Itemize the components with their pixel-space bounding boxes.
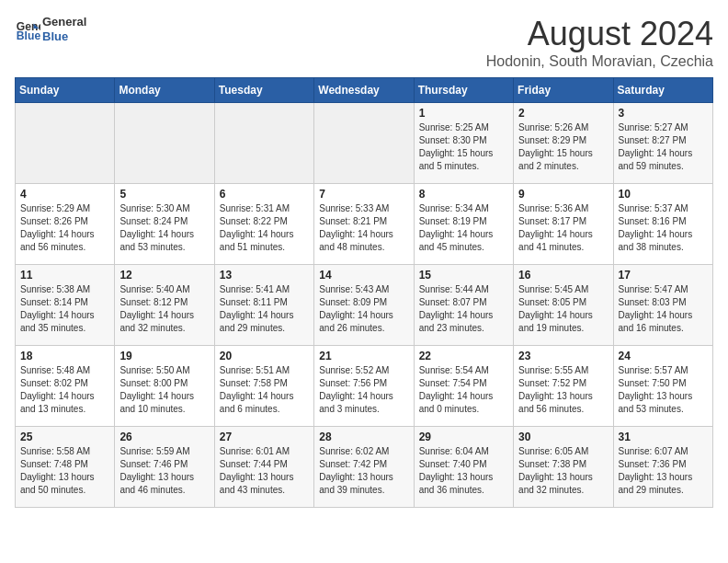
calendar-cell: 30Sunrise: 6:05 AM Sunset: 7:38 PM Dayli… [514, 427, 613, 508]
calendar-cell: 7Sunrise: 5:33 AM Sunset: 8:21 PM Daylig… [314, 184, 414, 265]
calendar-cell: 11Sunrise: 5:38 AM Sunset: 8:14 PM Dayli… [16, 265, 115, 346]
calendar-table: SundayMondayTuesdayWednesdayThursdayFrid… [15, 77, 713, 508]
day-info: Sunrise: 5:45 AM Sunset: 8:05 PM Dayligh… [518, 283, 608, 335]
day-number: 18 [20, 350, 109, 362]
day-info: Sunrise: 6:07 AM Sunset: 7:36 PM Dayligh… [619, 445, 708, 497]
calendar-title: August 2024 [486, 15, 713, 53]
calendar-cell: 31Sunrise: 6:07 AM Sunset: 7:36 PM Dayli… [613, 427, 712, 508]
calendar-cell: 19Sunrise: 5:50 AM Sunset: 8:00 PM Dayli… [115, 346, 214, 427]
day-number: 26 [119, 431, 209, 443]
day-info: Sunrise: 5:50 AM Sunset: 8:00 PM Dayligh… [119, 364, 209, 416]
day-number: 2 [518, 107, 608, 120]
day-info: Sunrise: 5:27 AM Sunset: 8:27 PM Dayligh… [619, 121, 708, 173]
day-info: Sunrise: 5:51 AM Sunset: 7:58 PM Dayligh… [220, 364, 309, 416]
title-block: August 2024 Hodonin, South Moravian, Cze… [486, 15, 713, 70]
day-number: 24 [619, 350, 708, 362]
day-number: 8 [419, 188, 508, 201]
day-number: 14 [319, 269, 408, 282]
day-info: Sunrise: 5:57 AM Sunset: 7:50 PM Dayligh… [619, 364, 708, 416]
day-info: Sunrise: 5:52 AM Sunset: 7:56 PM Dayligh… [319, 364, 408, 416]
logo-text: General Blue [42, 15, 86, 43]
calendar-cell: 15Sunrise: 5:44 AM Sunset: 8:07 PM Dayli… [414, 265, 513, 346]
calendar-cell: 9Sunrise: 5:36 AM Sunset: 8:17 PM Daylig… [514, 184, 613, 265]
day-info: Sunrise: 6:01 AM Sunset: 7:44 PM Dayligh… [220, 445, 309, 497]
day-number: 22 [419, 350, 508, 362]
day-info: Sunrise: 6:05 AM Sunset: 7:38 PM Dayligh… [518, 445, 608, 497]
day-info: Sunrise: 5:29 AM Sunset: 8:26 PM Dayligh… [20, 202, 109, 254]
calendar-cell: 22Sunrise: 5:54 AM Sunset: 7:54 PM Dayli… [414, 346, 513, 427]
calendar-cell [314, 103, 414, 184]
calendar-week-3: 11Sunrise: 5:38 AM Sunset: 8:14 PM Dayli… [16, 265, 713, 346]
day-number: 25 [20, 431, 109, 443]
calendar-subtitle: Hodonin, South Moravian, Czechia [486, 53, 713, 70]
day-number: 3 [619, 107, 708, 120]
calendar-cell [214, 103, 313, 184]
weekday-header-monday: Monday [115, 78, 214, 103]
calendar-cell: 8Sunrise: 5:34 AM Sunset: 8:19 PM Daylig… [414, 184, 513, 265]
weekday-header-friday: Friday [514, 78, 613, 103]
calendar-cell: 2Sunrise: 5:26 AM Sunset: 8:29 PM Daylig… [514, 103, 613, 184]
day-info: Sunrise: 5:30 AM Sunset: 8:24 PM Dayligh… [119, 202, 209, 254]
day-number: 31 [619, 431, 708, 443]
calendar-cell: 27Sunrise: 6:01 AM Sunset: 7:44 PM Dayli… [214, 427, 313, 508]
day-info: Sunrise: 5:47 AM Sunset: 8:03 PM Dayligh… [619, 283, 708, 335]
calendar-cell: 14Sunrise: 5:43 AM Sunset: 8:09 PM Dayli… [314, 265, 414, 346]
day-info: Sunrise: 5:59 AM Sunset: 7:46 PM Dayligh… [119, 445, 209, 497]
calendar-cell: 13Sunrise: 5:41 AM Sunset: 8:11 PM Dayli… [214, 265, 313, 346]
day-number: 16 [518, 269, 608, 282]
page-header: General Blue General Blue August 2024 Ho… [15, 15, 713, 70]
calendar-cell: 24Sunrise: 5:57 AM Sunset: 7:50 PM Dayli… [613, 346, 712, 427]
day-number: 20 [220, 350, 309, 362]
svg-text:Blue: Blue [17, 29, 40, 42]
calendar-cell: 1Sunrise: 5:25 AM Sunset: 8:30 PM Daylig… [414, 103, 513, 184]
calendar-cell: 26Sunrise: 5:59 AM Sunset: 7:46 PM Dayli… [115, 427, 214, 508]
calendar-week-2: 4Sunrise: 5:29 AM Sunset: 8:26 PM Daylig… [16, 184, 713, 265]
logo-line1: General [42, 15, 86, 29]
logo: General Blue General Blue [15, 15, 86, 43]
weekday-header-sunday: Sunday [16, 78, 115, 103]
day-info: Sunrise: 5:40 AM Sunset: 8:12 PM Dayligh… [119, 283, 209, 335]
calendar-cell: 25Sunrise: 5:58 AM Sunset: 7:48 PM Dayli… [16, 427, 115, 508]
calendar-cell: 20Sunrise: 5:51 AM Sunset: 7:58 PM Dayli… [214, 346, 313, 427]
weekday-header-saturday: Saturday [613, 78, 712, 103]
calendar-week-1: 1Sunrise: 5:25 AM Sunset: 8:30 PM Daylig… [16, 103, 713, 184]
day-number: 23 [518, 350, 608, 362]
calendar-cell: 17Sunrise: 5:47 AM Sunset: 8:03 PM Dayli… [613, 265, 712, 346]
day-info: Sunrise: 5:38 AM Sunset: 8:14 PM Dayligh… [20, 283, 109, 335]
day-info: Sunrise: 5:34 AM Sunset: 8:19 PM Dayligh… [419, 202, 508, 254]
calendar-week-5: 25Sunrise: 5:58 AM Sunset: 7:48 PM Dayli… [16, 427, 713, 508]
day-number: 10 [619, 188, 708, 201]
day-number: 27 [220, 431, 309, 443]
day-info: Sunrise: 5:54 AM Sunset: 7:54 PM Dayligh… [419, 364, 508, 416]
day-info: Sunrise: 5:41 AM Sunset: 8:11 PM Dayligh… [220, 283, 309, 335]
calendar-week-4: 18Sunrise: 5:48 AM Sunset: 8:02 PM Dayli… [16, 346, 713, 427]
calendar-cell: 21Sunrise: 5:52 AM Sunset: 7:56 PM Dayli… [314, 346, 414, 427]
day-info: Sunrise: 5:48 AM Sunset: 8:02 PM Dayligh… [20, 364, 109, 416]
day-number: 7 [319, 188, 408, 201]
calendar-cell: 5Sunrise: 5:30 AM Sunset: 8:24 PM Daylig… [115, 184, 214, 265]
day-info: Sunrise: 5:33 AM Sunset: 8:21 PM Dayligh… [319, 202, 408, 254]
weekday-header-thursday: Thursday [414, 78, 513, 103]
day-info: Sunrise: 5:26 AM Sunset: 8:29 PM Dayligh… [518, 121, 608, 173]
day-number: 11 [20, 269, 109, 282]
calendar-cell: 16Sunrise: 5:45 AM Sunset: 8:05 PM Dayli… [514, 265, 613, 346]
calendar-cell: 6Sunrise: 5:31 AM Sunset: 8:22 PM Daylig… [214, 184, 313, 265]
day-info: Sunrise: 5:58 AM Sunset: 7:48 PM Dayligh… [20, 445, 109, 497]
day-number: 19 [119, 350, 209, 362]
calendar-cell [16, 103, 115, 184]
weekday-header-tuesday: Tuesday [214, 78, 313, 103]
calendar-cell [115, 103, 214, 184]
weekday-header-wednesday: Wednesday [314, 78, 414, 103]
day-number: 13 [220, 269, 309, 282]
logo-line2: Blue [42, 29, 86, 44]
day-number: 4 [20, 188, 109, 201]
day-info: Sunrise: 5:25 AM Sunset: 8:30 PM Dayligh… [419, 121, 508, 173]
day-number: 15 [419, 269, 508, 282]
calendar-cell: 4Sunrise: 5:29 AM Sunset: 8:26 PM Daylig… [16, 184, 115, 265]
calendar-cell: 3Sunrise: 5:27 AM Sunset: 8:27 PM Daylig… [613, 103, 712, 184]
day-number: 5 [119, 188, 209, 201]
day-info: Sunrise: 5:55 AM Sunset: 7:52 PM Dayligh… [518, 364, 608, 416]
day-number: 21 [319, 350, 408, 362]
day-number: 30 [518, 431, 608, 443]
day-number: 1 [419, 107, 508, 120]
